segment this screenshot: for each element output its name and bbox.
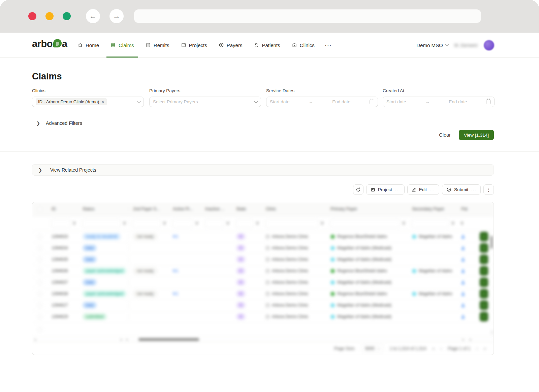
active-projects-link[interactable]: 6/1: [173, 291, 179, 296]
table-row[interactable]: 1394637 new ID Arbora Demo Clinic Magell…: [32, 277, 494, 288]
horizontal-scrollbar[interactable]: ◂ ▸ ◂ ▸ ◂: [32, 337, 494, 342]
column-filter-input[interactable]: [265, 219, 319, 228]
filter-funnel-icon[interactable]: [123, 222, 126, 225]
row-checkbox[interactable]: [37, 257, 42, 262]
url-bar[interactable]: [134, 9, 481, 23]
table-row[interactable]: 1394635 new ID Arbora Demo Clinic Magell…: [32, 254, 494, 265]
row-checkbox[interactable]: [37, 234, 42, 239]
filter-funnel-icon[interactable]: [73, 222, 76, 225]
active-projects-link[interactable]: 6/1: [173, 234, 179, 239]
page-size-select[interactable]: 5000: [361, 344, 384, 353]
row-action-button[interactable]: [480, 266, 488, 276]
column-header-primary-payer[interactable]: Primary Payer: [326, 207, 408, 211]
submit-button[interactable]: Submit ···: [442, 184, 481, 195]
column-filter-input[interactable]: [51, 219, 71, 228]
start-date-field[interactable]: Start date: [270, 99, 290, 104]
row-action-button[interactable]: [480, 312, 488, 321]
row-checkbox[interactable]: [37, 327, 42, 332]
filter-funnel-icon[interactable]: [195, 222, 198, 225]
table-row[interactable]: 1394627 new ID Arbora Demo Clinic Magell…: [32, 300, 494, 311]
maximize-window-icon[interactable]: [63, 12, 71, 20]
column-header-status[interactable]: Status: [78, 207, 129, 211]
filter-funnel-icon[interactable]: [451, 222, 454, 225]
row-action-button[interactable]: [480, 278, 488, 287]
close-window-icon[interactable]: [28, 12, 36, 20]
start-date-field[interactable]: Start date: [386, 99, 406, 104]
prev-page-icon[interactable]: ‹: [441, 346, 442, 351]
filter-funnel-icon[interactable]: [461, 222, 464, 225]
column-filter-input[interactable]: [235, 219, 254, 228]
table-row[interactable]: 1394634 new ID Arbora Demo Clinic Magell…: [32, 243, 494, 254]
filter-funnel-icon[interactable]: [226, 222, 229, 225]
column-header-state[interactable]: State: [232, 207, 262, 211]
nav-item-clinics[interactable]: Clinics: [288, 33, 319, 58]
filter-funnel-icon[interactable]: [402, 222, 405, 225]
table-row[interactable]: 1394629 submitted ID Arbora Demo Clinic …: [32, 311, 494, 323]
column-header-patient[interactable]: Pat: [457, 207, 476, 211]
patient-icon[interactable]: [461, 292, 465, 296]
row-action-button[interactable]: [480, 232, 488, 241]
select-all-checkbox[interactable]: [37, 207, 42, 212]
column-header-2nd-payer[interactable]: 2nd Payer S...: [129, 207, 169, 211]
edit-button[interactable]: Edit ···: [407, 184, 439, 195]
column-filter-input[interactable]: [330, 219, 400, 228]
table-row[interactable]: 1394636 payer acknowledged not ready 6/1…: [32, 265, 494, 277]
nav-more-button[interactable]: ···: [322, 42, 335, 49]
patient-icon[interactable]: [461, 246, 465, 250]
filter-funnel-icon[interactable]: [163, 222, 166, 225]
table-row[interactable]: 1394638 payer acknowledged not ready 6/1…: [32, 288, 494, 300]
row-checkbox[interactable]: [37, 314, 42, 319]
nav-item-claims[interactable]: Claims: [106, 33, 138, 58]
primary-payers-select[interactable]: Select Primary Payers: [149, 97, 261, 107]
row-checkbox[interactable]: [37, 280, 42, 285]
related-projects-toggle[interactable]: ❯ View Related Projects: [32, 164, 494, 176]
column-filter-input[interactable]: [82, 219, 121, 228]
first-page-icon[interactable]: «: [432, 346, 435, 351]
scroll-right-icon[interactable]: ▸: [121, 337, 122, 342]
row-checkbox[interactable]: [37, 269, 42, 274]
minimize-window-icon[interactable]: [45, 12, 54, 20]
advanced-filters-toggle[interactable]: ❯ Advanced Filters: [36, 120, 82, 126]
nav-item-home[interactable]: Home: [73, 33, 103, 58]
patient-icon[interactable]: [461, 281, 465, 284]
clear-button[interactable]: Clear: [439, 132, 451, 138]
refresh-button[interactable]: [353, 184, 363, 195]
nav-item-projects[interactable]: Projects: [177, 33, 211, 58]
last-page-icon[interactable]: »: [484, 346, 486, 351]
patient-icon[interactable]: [461, 269, 465, 273]
scrollbar-thumb[interactable]: [138, 338, 199, 341]
column-filter-input[interactable]: [172, 219, 193, 228]
column-filter-input[interactable]: [411, 219, 449, 228]
column-filter-input[interactable]: [204, 219, 224, 228]
table-row[interactable]: 1394633 ready to resubmit not ready 6/1 …: [32, 231, 494, 243]
scroll-left-icon[interactable]: ◂: [469, 337, 471, 342]
row-checkbox[interactable]: [37, 246, 42, 251]
org-switcher[interactable]: Demo MSO: [408, 42, 448, 48]
nav-item-payers[interactable]: Payers: [215, 33, 247, 58]
column-header-clinic[interactable]: Clinic: [262, 207, 326, 211]
remove-tag-icon[interactable]: ✕: [101, 100, 104, 104]
column-header-id[interactable]: ID: [47, 207, 78, 211]
active-projects-link[interactable]: 6/1: [173, 269, 179, 273]
end-date-field[interactable]: End date: [449, 99, 467, 104]
user-avatar[interactable]: [484, 40, 494, 50]
scroll-left-icon[interactable]: ◂: [126, 337, 128, 342]
patient-icon[interactable]: [461, 315, 465, 319]
scrollbar-thumb[interactable]: [490, 236, 493, 249]
table-row-empty[interactable]: [32, 323, 494, 337]
scroll-right-icon[interactable]: ▸: [463, 337, 464, 342]
column-header-inactive[interactable]: Inactive ...: [201, 207, 232, 211]
column-header-secondary-payer[interactable]: Secondary Payer: [408, 207, 457, 211]
arbora-logo[interactable]: arboa: [32, 38, 67, 49]
created-at-range[interactable]: Start date → End date: [383, 97, 495, 107]
row-action-button[interactable]: [480, 289, 488, 298]
row-checkbox[interactable]: [37, 291, 42, 296]
patient-icon[interactable]: [461, 304, 465, 307]
row-checkbox[interactable]: [37, 303, 42, 308]
next-page-icon[interactable]: ›: [476, 346, 478, 351]
browser-back-button[interactable]: ←: [86, 9, 100, 23]
end-date-field[interactable]: End date: [332, 99, 350, 104]
column-header-active[interactable]: Active Pr...: [169, 207, 201, 211]
vertical-scrollbar[interactable]: [490, 236, 493, 337]
service-dates-range[interactable]: Start date → End date: [266, 97, 378, 107]
